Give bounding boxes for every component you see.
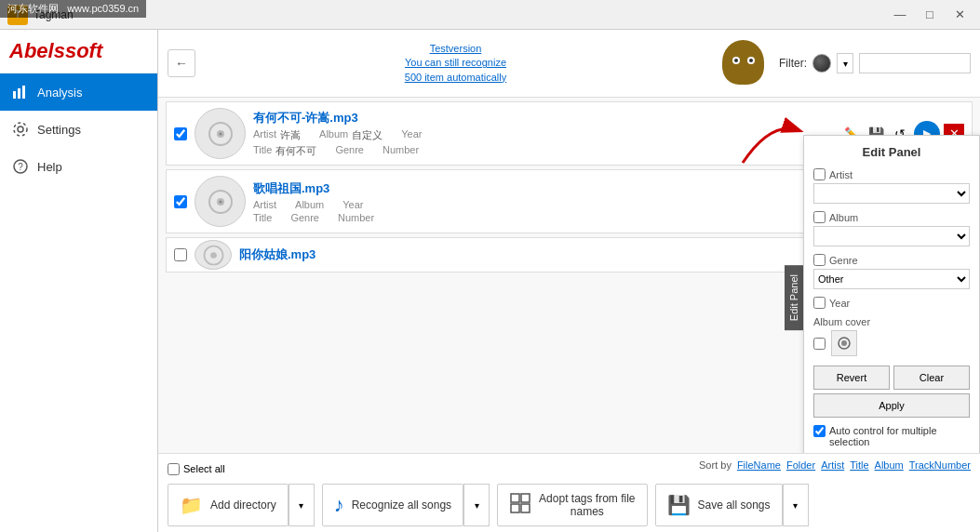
genre-field: Genre Other: [813, 254, 970, 289]
settings-icon: [11, 120, 30, 139]
close-button[interactable]: ✕: [946, 4, 973, 24]
song-list: 有何不可-许嵩.mp3 Artist 许嵩 Album 自定义 Year Tit…: [158, 98, 980, 453]
titlebar: T Tagman — □ ✕: [0, 0, 980, 30]
filter-dropdown-button[interactable]: ▾: [837, 53, 853, 73]
song-year: Year: [342, 199, 363, 210]
sidebar-item-analysis[interactable]: Analysis: [0, 73, 157, 111]
apply-button-row: Apply: [813, 393, 970, 418]
mascot-eye-right: [747, 57, 755, 64]
adopt-tags-button[interactable]: Adopt tags from filenames: [497, 484, 647, 526]
svg-rect-21: [521, 504, 530, 512]
mascot-eyes: [732, 57, 755, 64]
add-directory-button[interactable]: 📁 Add directory: [168, 484, 289, 526]
song-number: Number: [383, 144, 419, 158]
recognize-group: ♪ Recognize all songs ▾: [322, 484, 490, 526]
year-label: Year: [813, 297, 970, 309]
song-title: 歌唱祖国.mp3: [253, 180, 834, 197]
song-number: Number: [338, 212, 374, 223]
cover-browse-button[interactable]: [831, 330, 857, 356]
toolbar: ← Testversion You can still recognize 50…: [158, 30, 980, 98]
add-directory-label: Add directory: [210, 499, 276, 512]
sidebar-item-help[interactable]: ? Help: [0, 148, 157, 185]
song-meta: Artist Album Year: [253, 199, 834, 210]
content-area: ← Testversion You can still recognize 50…: [158, 30, 980, 532]
filter-area: Filter: ▾: [779, 53, 971, 73]
genre-checkbox[interactable]: [813, 254, 826, 266]
sort-title[interactable]: Title: [850, 459, 868, 471]
sort-album[interactable]: Album: [875, 459, 904, 471]
song-details: 有何不可-许嵩.mp3 Artist 许嵩 Album 自定义 Year Tit…: [253, 110, 834, 158]
sort-artist[interactable]: Artist: [821, 459, 844, 471]
revert-button[interactable]: Revert: [813, 366, 890, 390]
analysis-icon: [11, 83, 30, 101]
help-icon: ?: [11, 157, 30, 176]
svg-point-14: [210, 252, 217, 259]
song-title: 有何不可-许嵩.mp3: [253, 110, 834, 126]
artist-checkbox[interactable]: [813, 168, 826, 180]
sort-tracknumber[interactable]: TrackNumber: [909, 459, 971, 471]
svg-point-3: [18, 126, 23, 132]
back-button[interactable]: ←: [168, 49, 195, 77]
song-genre: Genre: [335, 144, 364, 158]
auto-control-area: Auto control for multiple selection: [813, 425, 970, 447]
artist-field: Artist: [813, 168, 970, 204]
genre-select[interactable]: Other: [813, 269, 970, 289]
song-checkbox[interactable]: [174, 195, 187, 208]
artist-select[interactable]: [813, 183, 970, 204]
song-checkbox[interactable]: [174, 248, 187, 261]
svg-rect-20: [511, 504, 519, 512]
apply-button[interactable]: Apply: [813, 393, 970, 418]
filter-circle: [812, 54, 831, 73]
clear-button[interactable]: Clear: [893, 366, 970, 390]
cover-checkbox[interactable]: [813, 338, 826, 350]
save-all-group: 💾 Save all songs ▾: [655, 484, 809, 526]
album-select[interactable]: [813, 226, 970, 246]
edit-panel: Edit Panel Artist Album: [803, 135, 980, 453]
save-all-button[interactable]: 💾 Save all songs: [655, 484, 783, 526]
edit-panel-tab[interactable]: Edit Panel: [785, 265, 803, 330]
save-all-dropdown[interactable]: ▾: [783, 484, 809, 526]
auto-control-checkbox[interactable]: [813, 425, 826, 437]
select-all-checkbox[interactable]: [168, 463, 180, 475]
minimize-button[interactable]: —: [887, 4, 913, 24]
search-input[interactable]: [859, 53, 971, 73]
recognize-dropdown[interactable]: ▾: [463, 484, 490, 526]
add-directory-dropdown[interactable]: ▾: [289, 484, 315, 526]
music-icon: ♪: [334, 493, 344, 517]
svg-point-16: [841, 340, 847, 346]
maximize-button[interactable]: □: [917, 4, 943, 24]
year-checkbox[interactable]: [813, 297, 826, 309]
logo-text: Abelssoft: [9, 39, 148, 63]
song-title-field: Title 有何不可: [253, 144, 316, 158]
mascot-pupil-right: [749, 59, 753, 62]
song-details: 阳你姑娘.mp3: [239, 246, 858, 263]
recognize-label: Recognize all songs: [352, 499, 451, 512]
album-checkbox[interactable]: [813, 211, 826, 223]
sidebar-item-settings[interactable]: Settings: [0, 111, 157, 148]
sidebar-label-help: Help: [37, 160, 62, 174]
svg-text:?: ?: [18, 162, 23, 172]
song-artist: Artist: [253, 199, 276, 210]
svg-rect-0: [13, 91, 16, 99]
album-art: [195, 108, 246, 159]
edit-panel-title: Edit Panel: [813, 145, 970, 159]
edit-panel-buttons: Revert Clear: [813, 366, 970, 390]
sort-folder[interactable]: Folder: [786, 459, 815, 471]
artist-label: Artist: [813, 168, 970, 180]
song-checkbox[interactable]: [174, 127, 187, 140]
sidebar-label-analysis: Analysis: [37, 86, 82, 100]
recognize-button[interactable]: ♪ Recognize all songs: [322, 484, 463, 526]
sidebar-label-settings: Settings: [37, 123, 81, 137]
album-cover-field: Album cover: [813, 316, 970, 356]
song-meta-2: Title 有何不可 Genre Number: [253, 144, 834, 158]
sort-filename[interactable]: FileName: [737, 459, 781, 471]
sidebar-logo: Abelssoft: [0, 30, 157, 73]
album-field: Album: [813, 211, 970, 246]
song-year: Year: [401, 128, 422, 142]
mascot: [716, 35, 772, 91]
svg-point-4: [14, 123, 27, 136]
album-cover-label: Album cover: [813, 316, 970, 327]
save-all-label: Save all songs: [698, 499, 771, 512]
svg-point-12: [219, 200, 222, 203]
song-details: 歌唱祖国.mp3 Artist Album Year Title Genre N…: [253, 180, 834, 223]
